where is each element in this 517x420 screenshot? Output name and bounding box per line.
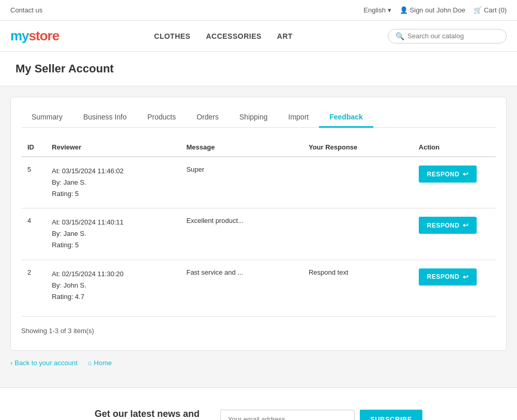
row-id: 4 [21, 208, 45, 260]
reply-icon: ↩ [463, 170, 469, 178]
page-title-area: My Seller Account [0, 52, 517, 86]
signout-label[interactable]: Sign out [410, 6, 435, 14]
row-message: Fast service and ... [180, 260, 302, 311]
respond-label: RESPOND [427, 222, 460, 229]
logo[interactable]: mystore [10, 28, 59, 44]
cart-button[interactable]: 🛒 Cart (0) [474, 6, 507, 14]
tab-orders[interactable]: Orders [186, 108, 229, 128]
row-response: Respond text [302, 260, 413, 311]
signout-area[interactable]: 👤 Sign out John Doe [400, 6, 465, 14]
table-divider [21, 316, 496, 317]
back-icon: ‹ [10, 359, 12, 367]
back-label: Back to your account [14, 359, 77, 367]
reviewer-date: At: 02/15/2024 11:30:20 [52, 268, 174, 280]
row-id: 2 [21, 260, 45, 311]
tabs: Summary Business Info Products Orders Sh… [21, 108, 496, 128]
tab-feedback[interactable]: Feedback [319, 108, 373, 128]
row-response [302, 157, 413, 208]
respond-label: RESPOND [427, 171, 460, 178]
tab-shipping[interactable]: Shipping [229, 108, 278, 128]
feedback-table: ID Reviewer Message Your Response Action… [21, 138, 496, 311]
nav-item-art[interactable]: ART [277, 32, 293, 40]
user-icon: 👤 [400, 6, 408, 14]
showing-items: Showing 1-3 of 3 item(s) [21, 322, 496, 340]
table-row: 2 At: 02/15/2024 11:30:20 By: John S. Ra… [21, 260, 496, 311]
subscribe-button[interactable]: SUBSCRIBE [360, 410, 422, 420]
user-name: John Doe [436, 6, 465, 14]
bottom-links: ‹ Back to your account ⌂ Home [10, 351, 507, 372]
reviewer-date: At: 03/15/2024 11:40:11 [52, 217, 174, 228]
language-selector[interactable]: English ▾ [363, 6, 391, 14]
search-box[interactable]: 🔍 [388, 29, 507, 43]
main-nav: CLOTHES ACCESSORIES ART [154, 32, 293, 40]
col-header-message: Message [180, 138, 302, 157]
newsletter-heading: Get our latest news and [95, 409, 200, 419]
table-row: 5 At: 03/15/2024 11:46:02 By: Jane S. Ra… [21, 157, 496, 208]
row-message: Super [180, 157, 302, 208]
row-message: Excellent product... [180, 208, 302, 260]
row-action: RESPOND ↩ [413, 157, 496, 208]
tab-products[interactable]: Products [137, 108, 186, 128]
email-input[interactable] [220, 410, 355, 420]
respond-button-2[interactable]: RESPOND ↩ [419, 217, 477, 234]
row-reviewer: At: 03/15/2024 11:46:02 By: Jane S. Rati… [45, 157, 180, 208]
nav-item-accessories[interactable]: ACCESSORIES [206, 32, 261, 40]
reviewer-rating: Rating: 5 [52, 188, 174, 200]
col-header-reviewer: Reviewer [45, 138, 180, 157]
reviewer-date: At: 03/15/2024 11:46:02 [52, 166, 174, 177]
reviewer-by: By: John S. [52, 280, 174, 291]
col-header-id: ID [21, 138, 45, 157]
contact-us[interactable]: Contact us [10, 6, 42, 14]
tab-business-info[interactable]: Business Info [73, 108, 137, 128]
table-row: 4 At: 03/15/2024 11:40:11 By: Jane S. Ra… [21, 208, 496, 260]
home-label: Home [94, 359, 112, 367]
main-content: Summary Business Info Products Orders Sh… [0, 86, 517, 382]
top-bar-right: English ▾ 👤 Sign out John Doe 🛒 Cart (0) [363, 6, 507, 14]
search-icon: 🔍 [396, 32, 404, 40]
respond-label: RESPOND [427, 273, 460, 280]
col-header-action: Action [413, 138, 496, 157]
reviewer-rating: Rating: 4.7 [52, 291, 174, 303]
seller-card: Summary Business Info Products Orders Sh… [10, 97, 507, 351]
reviewer-by: By: Jane S. [52, 228, 174, 239]
tab-summary[interactable]: Summary [21, 108, 73, 128]
row-response [302, 208, 413, 260]
col-header-response: Your Response [302, 138, 413, 157]
reviewer-rating: Rating: 5 [52, 239, 174, 251]
tab-import[interactable]: Import [278, 108, 320, 128]
newsletter-form: SUBSCRIBE [220, 410, 422, 420]
row-action: RESPOND ↩ [413, 260, 496, 311]
respond-button-3[interactable]: RESPOND ↩ [419, 268, 477, 286]
logo-store: store [29, 28, 59, 44]
header: mystore CLOTHES ACCESSORIES ART 🔍 [0, 21, 517, 52]
nav-item-clothes[interactable]: CLOTHES [154, 32, 190, 40]
reply-icon: ↩ [463, 273, 469, 281]
row-action: RESPOND ↩ [413, 208, 496, 260]
row-id: 5 [21, 157, 45, 208]
newsletter-text: Get our latest news and special sales [95, 409, 200, 420]
top-bar: Contact us English ▾ 👤 Sign out John Doe… [0, 0, 517, 21]
reviewer-by: By: Jane S. [52, 177, 174, 188]
reply-icon: ↩ [463, 221, 469, 229]
row-reviewer: At: 03/15/2024 11:40:11 By: Jane S. Rati… [45, 208, 180, 260]
newsletter-section: Get our latest news and special sales SU… [0, 387, 517, 420]
search-input[interactable] [407, 32, 499, 40]
cart-label: Cart (0) [484, 6, 507, 14]
home-link[interactable]: ⌂ Home [88, 359, 112, 367]
back-to-account-link[interactable]: ‹ Back to your account [10, 359, 78, 367]
page-title: My Seller Account [16, 62, 501, 76]
respond-button-1[interactable]: RESPOND ↩ [419, 166, 477, 183]
row-reviewer: At: 02/15/2024 11:30:20 By: John S. Rati… [45, 260, 180, 311]
logo-my: my [10, 28, 29, 44]
home-icon: ⌂ [88, 359, 92, 367]
cart-icon: 🛒 [474, 6, 482, 14]
